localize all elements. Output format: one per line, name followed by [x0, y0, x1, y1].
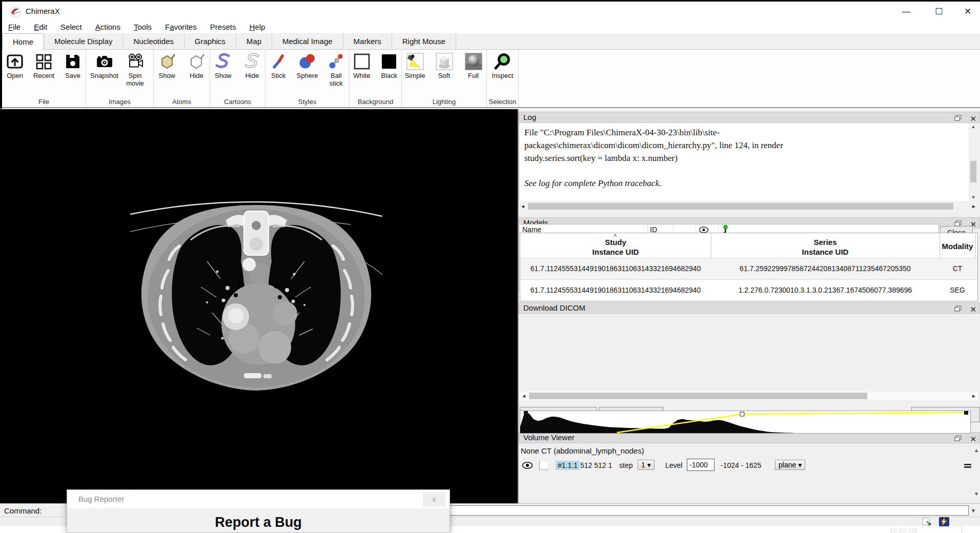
toolbar-button-snapshot[interactable]: Snapshot — [91, 52, 118, 87]
scroll-left-icon[interactable]: ◄ — [519, 202, 527, 211]
eye-icon[interactable] — [522, 462, 533, 471]
close-panel-icon[interactable]: ✕ — [970, 306, 976, 313]
volume-controls-row: #1.1.1 512 512 1 step 1 ▾ Level -1000 -1… — [519, 459, 978, 474]
toolbar-button-show[interactable]: Show — [210, 52, 236, 79]
float-panel-icon[interactable] — [954, 434, 962, 444]
black-square-icon — [379, 52, 399, 71]
log-content[interactable]: File "C:\Program Files\ChimeraX-04-30-23… — [519, 123, 969, 201]
float-panel-icon[interactable] — [954, 304, 962, 315]
atoms-show-icon — [157, 52, 177, 71]
taskbar-separator — [962, 526, 962, 533]
log-horizontal-scrollbar[interactable]: ◄ ► — [519, 202, 978, 211]
volume-model-id[interactable]: #1.1.1 — [556, 461, 580, 470]
scroll-right-icon[interactable]: ► — [970, 392, 978, 400]
log-panel-titlebar[interactable]: Log ✕ — [519, 112, 980, 123]
command-history-icon[interactable]: ▼ — [971, 508, 976, 514]
toolbar-button-label: Soft — [438, 72, 450, 79]
menu-favorites[interactable]: Favorites — [165, 23, 197, 31]
bug-reporter-window[interactable]: Bug Reporter x Report a Bug — [67, 489, 450, 533]
volume-scroll-down-icon[interactable]: ▼ — [974, 491, 979, 497]
bug-reporter-title: Bug Reporter — [78, 495, 124, 503]
dicom-col-header[interactable]: Modality — [940, 241, 975, 251]
menu-presets[interactable]: Presets — [210, 23, 236, 31]
menu-help[interactable]: Help — [250, 23, 266, 31]
tab-molecule-display[interactable]: Molecule Display — [44, 33, 123, 49]
simple-lighting-icon — [405, 52, 425, 71]
scroll-right-icon[interactable]: ► — [970, 202, 978, 211]
dicom-horizontal-scrollbar[interactable]: ◄ ► — [520, 392, 978, 400]
toolbar-button-open[interactable]: Open — [2, 52, 28, 79]
study-uid-cell: 61.7.11245553144919018631106314332169468… — [520, 264, 711, 273]
log-scroll-thumb[interactable] — [970, 161, 976, 182]
toolbar-button-full[interactable]: Full — [460, 52, 486, 79]
log-line: File "C:\Program Files\ChimeraX-04-30-23… — [524, 126, 964, 139]
study-uid-cell: 61.7.11245553144919018631106314332169468… — [520, 286, 711, 294]
full-lighting-icon — [464, 52, 483, 71]
tab-medical-image[interactable]: Medical Image — [272, 33, 343, 49]
menu-select[interactable]: Select — [60, 23, 82, 31]
maximize-button[interactable]: ☐ — [928, 5, 950, 19]
graphics-viewport[interactable] — [0, 109, 518, 503]
toolbar-button-label: Ball stick — [323, 72, 349, 87]
volume-histogram[interactable] — [520, 411, 971, 434]
toolbar-button-hide[interactable]: Hide — [183, 52, 210, 79]
volume-panel-title: Volume Viewer — [523, 433, 575, 442]
toolbar-button-save[interactable]: Save — [60, 52, 86, 79]
close-panel-icon[interactable]: ✕ — [970, 436, 976, 443]
toolbar-button-ball-stick[interactable]: Ball stick — [323, 52, 349, 87]
toolbar-button-label: White — [353, 72, 370, 79]
volume-plane-dropdown[interactable]: plane ▾ — [775, 460, 805, 470]
volume-color-swatch[interactable] — [539, 461, 548, 470]
dicom-row[interactable]: 61.7.11245553144919018631106314332169468… — [520, 258, 977, 279]
toolbar-button-hide[interactable]: Hide — [239, 52, 266, 79]
cartoons-show-icon — [213, 52, 233, 71]
scroll-down-icon[interactable]: ▼ — [969, 194, 978, 201]
toolbar-group-caption: Cartoons — [210, 98, 265, 106]
menu-edit[interactable]: Edit — [34, 23, 47, 31]
volume-scroll-up-icon[interactable]: ▲ — [974, 447, 979, 453]
minimize-button[interactable]: — — [895, 5, 917, 19]
volume-level-input[interactable]: -1000 — [687, 459, 714, 471]
tab-right-mouse[interactable]: Right Mouse — [392, 33, 456, 49]
tab-graphics[interactable]: Graphics — [185, 33, 236, 49]
menu-tools[interactable]: Tools — [134, 23, 152, 31]
scroll-left-icon[interactable]: ◄ — [520, 392, 528, 400]
volume-options-icon[interactable] — [964, 462, 972, 471]
close-panel-icon[interactable]: ✕ — [970, 115, 976, 122]
volume-step-dropdown[interactable]: 1 ▾ — [638, 460, 655, 470]
dicom-table[interactable]: StudyInstance UID˄SeriesInstance UIDModa… — [520, 233, 978, 301]
dicom-panel-titlebar[interactable]: Download DICOM ✕ — [519, 302, 980, 314]
series-uid-cell: 61.7.25922999785872442081340871123546720… — [711, 264, 940, 273]
series-uid-cell: 1.2.276.0.7230010.3.1.3.0.21367.16745060… — [711, 286, 940, 294]
toolbar-button-inspect[interactable]: Inspect — [489, 52, 517, 79]
menu-actions[interactable]: Actions — [95, 23, 120, 31]
close-button[interactable]: ✕ — [956, 5, 979, 19]
dicom-row[interactable]: 61.7.11245553144919018631106314332169468… — [520, 279, 977, 301]
tab-markers[interactable]: Markers — [343, 33, 392, 49]
toolbar-button-simple[interactable]: Simple — [402, 52, 428, 79]
toolbar-button-white[interactable]: White — [350, 52, 374, 79]
scroll-up-icon[interactable]: ▲ — [969, 123, 978, 130]
toolbar-button-spin-movie[interactable]: Spin movie — [121, 52, 149, 87]
title-bar[interactable]: ChimeraX — ☐ ✕ — [2, 2, 980, 19]
tab-map[interactable]: Map — [236, 33, 272, 49]
dicom-col-header[interactable]: SeriesInstance UID — [711, 237, 940, 257]
bug-reporter-close-button[interactable]: x — [423, 492, 445, 507]
log-hscroll-thumb[interactable] — [528, 203, 953, 210]
toolbar-button-black[interactable]: Black — [377, 52, 402, 79]
tab-nucleotides[interactable]: Nucleotides — [123, 33, 184, 49]
menu-file[interactable]: File — [8, 23, 21, 31]
float-panel-icon[interactable] — [954, 114, 962, 124]
tab-home[interactable]: Home — [2, 33, 44, 50]
toolbar-button-sphere[interactable]: Sphere — [294, 52, 320, 87]
log-vertical-scrollbar[interactable]: ▲ ▼ — [969, 123, 978, 201]
toolbar-button-stick[interactable]: Stick — [266, 52, 291, 87]
toolbar-button-soft[interactable]: Soft — [431, 52, 457, 79]
bug-reporter-titlebar[interactable]: Bug Reporter x — [67, 490, 450, 508]
dicom-col-header[interactable]: StudyInstance UID — [520, 237, 711, 257]
dicom-hscroll-thumb[interactable] — [529, 393, 867, 399]
toolbar-button-show[interactable]: Show — [154, 52, 180, 79]
toolbar-group-lighting: SimpleSoftFullLighting — [402, 50, 487, 107]
toolbar-button-recent[interactable]: Recent — [31, 52, 56, 79]
toolbar-group-selection: InspectSelection — [487, 50, 519, 107]
